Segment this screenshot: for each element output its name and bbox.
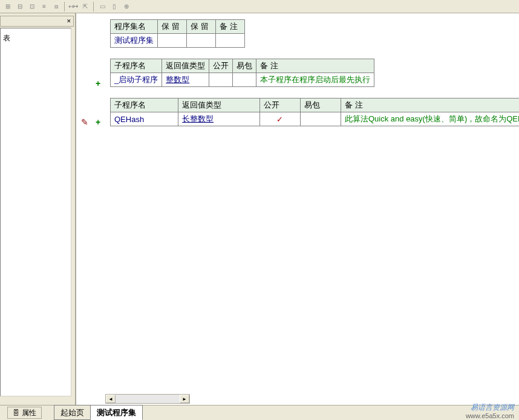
code-editor[interactable]: 程序集名 保 留 保 留 备 注 测试程序集 子程序名 返回值类型 公开 易包 …: [105, 16, 519, 393]
tb-expand-h-icon[interactable]: ↤↦: [68, 1, 79, 12]
tb-align-top-icon[interactable]: ⊡: [27, 1, 38, 12]
subroutine-table-1: 子程序名 返回值类型 公开 易包 备 注 _启动子程序 整数型 本子程序在程序启…: [110, 59, 374, 87]
table-header-row: 子程序名 返回值类型 公开 易包 备 注: [111, 59, 374, 73]
bottom-tabs: 起始页 测试程序集: [54, 407, 142, 420]
table-row[interactable]: _启动子程序 整数型 本子程序在程序启动后最先执行: [111, 73, 374, 87]
expand-icon[interactable]: +: [96, 79, 100, 88]
col-assembly-name: 程序集名: [111, 20, 158, 34]
table-row[interactable]: QEHash 长整数型 ✓ 此算法Quick and easy(快速、简单)，故…: [111, 112, 520, 126]
main-area: + ✎ + 程序集名 保 留 保 留 备 注 测试程序集 子程序名 返回值类型 …: [79, 13, 519, 405]
left-panel-header: ✕: [0, 16, 74, 27]
package-cell[interactable]: [233, 73, 256, 87]
panel-body-text: 表: [1, 28, 71, 48]
public-cell[interactable]: ✓: [260, 112, 300, 126]
col-sub-name: 子程序名: [111, 99, 178, 112]
expand-icon-2[interactable]: +: [96, 117, 100, 127]
assembly-table: 程序集名 保 留 保 留 备 注 测试程序集: [110, 19, 245, 48]
table-header-row: 子程序名 返回值类型 公开 易包 备 注: [111, 99, 520, 112]
sub-name-cell[interactable]: _启动子程序: [111, 73, 162, 87]
scroll-track[interactable]: [116, 395, 180, 403]
tb-grid-icon[interactable]: ▭: [97, 1, 108, 12]
tb-center-icon[interactable]: ▯: [109, 1, 120, 12]
remark-cell[interactable]: 此算法Quick and easy(快速、简单)，故命名为QEHash。－－By: [341, 112, 520, 126]
return-type-cell[interactable]: 长整数型: [178, 112, 260, 126]
scroll-right-icon[interactable]: ►: [180, 395, 189, 403]
tab-start-label: 起始页: [60, 408, 84, 417]
watermark-title: 易语言资源网: [466, 403, 514, 412]
scroll-left-icon[interactable]: ◄: [106, 395, 116, 403]
tb-align-bottom-icon[interactable]: ≡: [39, 1, 50, 12]
cell[interactable]: [187, 34, 216, 48]
horizontal-scrollbar[interactable]: ◄ ►: [105, 394, 190, 404]
col-public: 公开: [260, 99, 300, 112]
sub-name-cell[interactable]: QEHash: [111, 112, 178, 126]
left-panel-body: 表: [0, 28, 71, 396]
remark-cell[interactable]: 本子程序在程序启动后最先执行: [256, 73, 374, 87]
col-sub-name: 子程序名: [111, 59, 162, 73]
properties-button[interactable]: 🗄 属性: [7, 407, 42, 419]
table-header-row: 程序集名 保 留 保 留 备 注: [111, 20, 245, 34]
pen-icon: ✎: [81, 117, 92, 127]
public-cell[interactable]: [209, 73, 233, 87]
col-remark: 备 注: [341, 99, 520, 112]
col-package: 易包: [300, 99, 341, 112]
bottom-bar: 🗄 属性 起始页 测试程序集 易语言资源网 www.e5a5x.com: [0, 405, 519, 420]
toolbar: ⊞ ⊟ ⊡ ≡ ⧈ ↤↦ ⇱ ▭ ▯ ⊕: [0, 0, 519, 13]
tab-test-assembly[interactable]: 测试程序集: [90, 405, 143, 420]
gutter: + ✎ +: [79, 16, 105, 393]
tb-align-left-icon[interactable]: ⊞: [2, 1, 13, 12]
tb-expand-v-icon[interactable]: ⇱: [80, 1, 91, 12]
col-reserved1: 保 留: [158, 20, 187, 34]
col-reserved2: 保 留: [187, 20, 216, 34]
col-remark: 备 注: [216, 20, 245, 34]
col-remark: 备 注: [256, 59, 374, 73]
toolbar-sep: [64, 2, 65, 11]
return-type-cell[interactable]: 整数型: [162, 73, 209, 87]
assembly-name-cell[interactable]: 测试程序集: [111, 34, 158, 48]
tb-both-icon[interactable]: ⊕: [121, 1, 132, 12]
col-public: 公开: [209, 59, 233, 73]
package-cell[interactable]: [300, 112, 341, 126]
cell[interactable]: [158, 34, 187, 48]
col-return-type: 返回值类型: [178, 99, 260, 112]
cell[interactable]: [216, 34, 245, 48]
table-row[interactable]: 测试程序集: [111, 34, 245, 48]
left-panel: ✕ 表: [0, 13, 76, 405]
tb-align-right-icon[interactable]: ⊟: [15, 1, 25, 12]
watermark-url: www.e5a5x.com: [466, 412, 514, 420]
tb-dist-icon[interactable]: ⧈: [51, 1, 62, 12]
properties-label: 属性: [22, 408, 36, 418]
tab-test-label: 测试程序集: [97, 408, 136, 417]
toolbar-sep-2: [93, 2, 94, 11]
col-package: 易包: [233, 59, 256, 73]
subroutine-table-2: 子程序名 返回值类型 公开 易包 备 注 QEHash 长整数型 ✓ 此算法Qu…: [110, 98, 519, 126]
properties-icon: 🗄: [13, 409, 19, 416]
close-icon[interactable]: ✕: [65, 17, 73, 25]
watermark: 易语言资源网 www.e5a5x.com: [466, 403, 514, 420]
col-return-type: 返回值类型: [162, 59, 209, 73]
tab-start[interactable]: 起始页: [54, 405, 91, 420]
